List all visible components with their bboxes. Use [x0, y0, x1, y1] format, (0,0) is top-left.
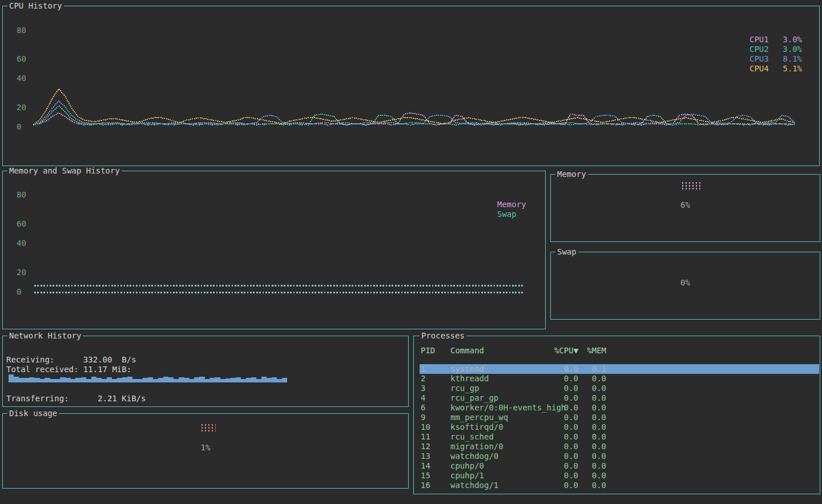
column-header-command[interactable]: Command	[450, 346, 554, 355]
cpu-history-panel: CPU History 80 60 40 20 0 CPU1 3.0% CPU2…	[2, 6, 820, 166]
process-cell-mem: 0.0	[578, 471, 606, 481]
column-header-cpu[interactable]: %CPU▼	[554, 346, 578, 355]
network-receiving-text: Receiving: 332.00 B/s	[6, 355, 136, 364]
process-cell-cpu: 0.0	[554, 374, 578, 384]
process-cell-cpu: 0.0	[554, 384, 578, 393]
disk-usage-panel: Disk usage 1%	[2, 413, 409, 489]
process-row-16[interactable]: 16watchdog/10.00.0	[420, 481, 819, 490]
process-cell-cpu: 0.0	[554, 403, 578, 413]
process-cell-mem: 0.0	[578, 432, 606, 442]
process-cell-cpu: 0.0	[554, 481, 578, 490]
process-cell-cpu: 0.0	[554, 432, 578, 442]
cpu-history-title: CPU History	[7, 1, 64, 10]
process-cell-cmd: cpuhp/0	[450, 461, 554, 471]
memory-swap-history-title: Memory and Swap History	[7, 166, 122, 175]
cpu2-legend-value: 3.0%	[783, 45, 802, 53]
cpu-history-chart	[31, 80, 796, 143]
mem-ytick-60: 60	[17, 220, 26, 228]
network-history-panel: Network History Receiving: 332.00 B/s To…	[2, 336, 409, 407]
cpu-ytick-80: 80	[17, 26, 26, 34]
process-cell-pid: 11	[420, 432, 450, 442]
cpu1-legend-value: 3.0%	[783, 35, 802, 43]
process-cell-cpu: 0.0	[554, 442, 578, 451]
process-row-12[interactable]: 12migration/00.00.0	[420, 442, 819, 451]
process-cell-mem: 0.0	[578, 442, 606, 451]
memory-swap-chart	[33, 283, 525, 296]
process-row-10[interactable]: 10ksoftirqd/00.00.0	[420, 422, 819, 432]
cpu-ytick-0: 0	[17, 123, 21, 131]
mem-ytick-40: 40	[17, 239, 26, 247]
process-cell-mem: 0.0	[578, 403, 606, 413]
cpu4-legend-label: CPU4	[750, 64, 769, 72]
process-cell-pid: 9	[420, 413, 450, 422]
memory-gauge-panel: Memory 6%	[550, 174, 820, 242]
memory-gauge-donut	[681, 182, 703, 189]
swap-gauge-value: 0%	[551, 278, 820, 287]
column-header-mem[interactable]: %MEM	[578, 346, 606, 355]
process-cell-cmd: systemd	[450, 364, 554, 374]
process-cell-pid: 2	[420, 374, 450, 384]
process-cell-pid: 1	[420, 364, 450, 374]
process-cell-mem: 0.0	[578, 384, 606, 393]
process-cell-cmd: ksoftirqd/0	[450, 422, 554, 432]
process-cell-cmd: rcu_par_gp	[450, 393, 554, 403]
process-cell-mem: 0.0	[578, 451, 606, 461]
memory-legend-label: Memory	[497, 200, 526, 209]
memory-gauge-value: 6%	[551, 200, 820, 209]
process-cell-mem: 0.0	[578, 461, 606, 471]
cpu4-legend-value: 5.1%	[783, 64, 802, 72]
process-cell-cmd: watchdog/0	[450, 451, 554, 461]
process-cell-cmd: kworker/0:0H-events_high	[450, 403, 554, 413]
process-row-4[interactable]: 4rcu_par_gp0.00.0	[420, 393, 819, 403]
cpu3-legend-label: CPU3	[750, 55, 769, 63]
process-cell-pid: 12	[420, 442, 450, 451]
process-row-14[interactable]: 14cpuhp/00.00.0	[420, 461, 819, 471]
process-cell-cpu: 0.0	[554, 393, 578, 403]
process-row-6[interactable]: 6kworker/0:0H-events_high0.00.0	[420, 403, 819, 413]
process-row-11[interactable]: 11rcu_sched0.00.0	[420, 432, 819, 442]
process-row-9[interactable]: 9mm_percpu_wq0.00.0	[420, 413, 819, 422]
process-cell-pid: 16	[420, 481, 450, 490]
process-row-1[interactable]: 1systemd0.00.1	[420, 364, 819, 374]
process-row-15[interactable]: 15cpuhp/10.00.0	[420, 471, 819, 481]
cpu-ytick-20: 20	[17, 103, 26, 111]
process-cell-pid: 15	[420, 471, 450, 481]
process-cell-cmd: rcu_sched	[450, 432, 554, 442]
processes-panel: Processes PID Command %CPU▼ %MEM 1system…	[413, 336, 820, 494]
cpu4-legend: CPU4 5.1%	[750, 64, 802, 72]
cpu3-legend-value: 8.1%	[783, 55, 802, 63]
process-cell-cpu: 0.0	[554, 413, 578, 422]
process-cell-pid: 6	[420, 403, 450, 413]
swap-gauge-title: Swap	[555, 247, 578, 256]
swap-gauge-panel: Swap 0%	[550, 252, 820, 320]
process-row-13[interactable]: 13watchdog/00.00.0	[420, 451, 819, 461]
process-cell-cpu: 0.0	[554, 422, 578, 432]
process-cell-cmd: mm_percpu_wq	[450, 413, 554, 422]
processes-header-row: PID Command %CPU▼ %MEM	[420, 346, 819, 355]
cpu-ytick-60: 60	[17, 55, 26, 63]
cpu2-legend-label: CPU2	[750, 45, 769, 53]
network-receive-sparkline	[9, 373, 287, 382]
process-cell-cpu: 0.0	[554, 451, 578, 461]
process-cell-mem: 0.0	[578, 393, 606, 403]
process-cell-pid: 14	[420, 461, 450, 471]
mem-ytick-20: 20	[17, 268, 26, 276]
process-row-2[interactable]: 2kthreadd0.00.0	[420, 374, 819, 384]
process-cell-pid: 10	[420, 422, 450, 432]
cpu2-legend: CPU2 3.0%	[750, 45, 802, 53]
process-cell-mem: 0.0	[578, 374, 606, 384]
processes-title: Processes	[420, 331, 466, 340]
process-cell-mem: 0.1	[578, 364, 606, 374]
process-cell-cmd: watchdog/1	[450, 481, 554, 490]
process-cell-cmd: rcu_gp	[450, 384, 554, 393]
disk-gauge-value: 1%	[3, 443, 408, 452]
process-table-body: 1systemd0.00.12kthreadd0.00.03rcu_gp0.00…	[420, 364, 819, 490]
process-cell-cmd: cpuhp/1	[450, 471, 554, 481]
column-header-pid[interactable]: PID	[420, 346, 450, 355]
memory-swap-history-panel: Memory and Swap History 80 60 40 20 0 Me…	[2, 171, 546, 329]
mem-ytick-0: 0	[17, 288, 21, 296]
process-cell-cpu: 0.0	[554, 471, 578, 481]
process-cell-mem: 0.0	[578, 413, 606, 422]
process-row-3[interactable]: 3rcu_gp0.00.0	[420, 384, 819, 393]
cpu3-legend: CPU3 8.1%	[750, 55, 802, 63]
